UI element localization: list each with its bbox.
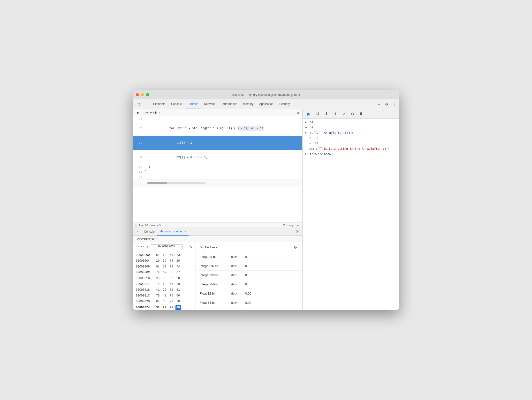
buffer-tab-close[interactable]: ✕: [157, 237, 159, 240]
var-row-b1[interactable]: ▶ b1 : …: [303, 120, 399, 125]
tab-network[interactable]: Network: [201, 99, 218, 109]
menu-icon[interactable]: ⋮: [391, 101, 397, 107]
window-title: DevTools - memory-inspector.glitch.me/de…: [232, 93, 300, 96]
hex-row-1c: 0000001C 79 42 75 66 y: [133, 293, 196, 299]
memory-buffer-tabs: ArrayBuffer(60) ✕: [133, 236, 302, 242]
tab-console-bottom[interactable]: Console: [142, 228, 157, 236]
var-row-i[interactable]: i : 39: [303, 136, 399, 141]
hex-address-input[interactable]: [151, 244, 182, 249]
traffic-lights: [136, 93, 149, 96]
memory-inspector-tab-close[interactable]: ✕: [184, 230, 186, 233]
settings-icon[interactable]: ⚙: [384, 101, 389, 107]
bottom-tab-menu[interactable]: ⋮: [135, 229, 141, 235]
code-line-18: 18 b1[i] = i;: [133, 136, 302, 150]
code-line-20: 20 }: [133, 165, 302, 170]
mi-format-float32[interactable]: dec ▾: [231, 292, 243, 295]
maximize-button[interactable]: [146, 93, 149, 96]
code-scrollbar-track: [147, 182, 205, 184]
memory-inspector-content: ArrayBuffer(60) ✕ ↩ ↪: [133, 236, 302, 310]
hex-refresh-btn[interactable]: ↻: [190, 244, 193, 250]
source-tab-close[interactable]: ✕: [159, 111, 160, 114]
endian-dropdown-icon: ▾: [216, 246, 217, 249]
cursor-icon[interactable]: ⬚: [135, 101, 142, 108]
hex-panel: ↩ ↪ ‹ › ↻: [133, 242, 196, 310]
hex-row-18: 00000018 41 72 72 61 A: [133, 287, 196, 293]
top-nav: ⬚ ▭ Elements Console Sources Network Per…: [133, 99, 399, 109]
debug-toolbar: ▶ ↺ ⬇ ⬆ ↗ ⊘ ⏸: [303, 109, 399, 119]
var-row-n[interactable]: n : 60: [303, 141, 399, 146]
buffer-memory-icon[interactable]: ⊞: [351, 130, 353, 136]
more-tabs-icon[interactable]: »: [376, 101, 382, 107]
mi-row-ptr32: Pointer 32-bit 0x0: [196, 307, 302, 310]
source-tab-demo-js[interactable]: demo-js.js ✕: [143, 109, 163, 116]
mi-row-int32: Integer 32-bit dec ▾ 0: [196, 271, 302, 280]
mi-format-int64[interactable]: dec ▾: [231, 283, 243, 286]
debug-resume-btn[interactable]: ▶: [305, 111, 312, 117]
hex-prev-btn[interactable]: ‹: [146, 244, 149, 250]
mi-format-int16[interactable]: dec ▾: [231, 264, 243, 268]
hex-back-btn[interactable]: ↩: [136, 244, 139, 250]
left-panel: ▶ demo-js.js ✕ ▶ 16: [133, 109, 302, 310]
code-area: 16 17 for (var i = str.length; i < n; ++…: [133, 116, 302, 222]
hex-row-4: 00000004 20 69 73 20: [133, 258, 196, 264]
mi-settings-icon[interactable]: ⚙: [292, 244, 298, 250]
mi-format-int32[interactable]: dec ▾: [231, 274, 243, 277]
hex-toolbar: ↩ ↪ ‹ › ↻: [133, 242, 196, 251]
tab-application[interactable]: Application: [256, 99, 276, 109]
status-position: Line 18, Column 5: [139, 224, 161, 227]
status-coverage: Coverage: n/a: [283, 224, 300, 227]
tab-security[interactable]: Security: [276, 99, 293, 109]
tab-memory[interactable]: Memory: [240, 99, 256, 109]
device-icon[interactable]: ▭: [143, 101, 149, 108]
code-line-16: 16: [133, 116, 302, 121]
tab-console[interactable]: Console: [168, 99, 185, 109]
buffer-tab-arraybuffer[interactable]: ArrayBuffer(60) ✕: [135, 236, 161, 242]
tab-elements[interactable]: Elements: [150, 99, 168, 109]
bottom-panel: ⋮ Console Memory Inspector ✕ ✕: [133, 228, 302, 310]
mi-format-int8[interactable]: dec ▾: [231, 255, 243, 259]
debug-pause-exceptions-btn[interactable]: ⏸: [358, 111, 365, 117]
mi-row-float64: Float 64-bit dec ▾ 0.00: [196, 298, 302, 307]
bottom-panel-close[interactable]: ✕: [294, 229, 300, 235]
hex-next-btn[interactable]: ›: [184, 244, 188, 250]
nav-end-icons: » ⚙ ⋮: [376, 101, 397, 107]
source-tabs: ▶ demo-js.js ✕ ▶: [133, 109, 302, 116]
debug-step-into-btn[interactable]: ⬆: [332, 111, 338, 117]
status-bar: {} Line 18, Column 5 Coverage: n/a: [133, 222, 302, 228]
code-scrollbar-thumb[interactable]: [147, 182, 167, 184]
var-row-buffer[interactable]: ▶ buffer : ArrayBuffer(60) ⊞: [303, 130, 399, 136]
var-arrow-this: ▶: [305, 152, 309, 157]
code-line-22: 22: [133, 174, 302, 179]
hex-forward-btn[interactable]: ↪: [141, 244, 144, 250]
mi-toolbar: Big Endian ▾ ⚙: [196, 242, 302, 252]
tab-performance[interactable]: Performance: [218, 99, 240, 109]
hex-row-24: 00000024 3A 29 21 00 :: [133, 304, 196, 310]
hex-row-14: 00000014 74 68 65 20 t: [133, 281, 196, 287]
code-line-19: 19 b2[i] = n - i - 1;: [133, 150, 302, 165]
bottom-tabs: ⋮ Console Memory Inspector ✕ ✕: [133, 228, 302, 236]
var-row-this[interactable]: ▶ this : Window: [303, 152, 399, 157]
code-scrollbar[interactable]: [133, 179, 302, 186]
debug-step-over-btn[interactable]: ⬇: [323, 111, 330, 117]
var-arrow-b2: ▶: [305, 125, 309, 130]
var-row-str[interactable]: str : "This is a string in the ArrayBuff…: [303, 146, 399, 152]
code-line-17: 17 for (var i = str.length; i < n; ++i) …: [133, 121, 302, 136]
tab-memory-inspector-bottom[interactable]: Memory Inspector ✕: [157, 228, 189, 236]
endian-select[interactable]: Big Endian ▾: [200, 245, 217, 249]
source-tab-end: ▶: [297, 111, 300, 115]
close-button[interactable]: [136, 93, 139, 96]
debug-deactivate-btn[interactable]: ⊘: [349, 111, 356, 117]
debug-step-out-btn[interactable]: ↗: [340, 111, 347, 117]
debug-pause-btn[interactable]: ↺: [314, 111, 321, 117]
source-tab-more-icon[interactable]: ▶: [297, 111, 300, 115]
tab-sources[interactable]: Sources: [185, 99, 201, 109]
hex-rows: 00000000 54 68 69 73 T: [133, 251, 196, 310]
minimize-button[interactable]: [141, 93, 144, 96]
code-line-21: 21 }: [133, 170, 302, 174]
var-row-b2[interactable]: ▶ b2 : …: [303, 125, 399, 130]
mi-values: Integer 8-bit dec ▾ 0: [196, 252, 302, 310]
mi-format-float64[interactable]: dec ▾: [231, 301, 243, 304]
devtools-body: ⬚ ▭ Elements Console Sources Network Per…: [133, 99, 399, 310]
source-nav-icon[interactable]: ▶: [135, 109, 142, 116]
hex-row-8: 00000008 61 20 73 74 a: [133, 264, 196, 270]
